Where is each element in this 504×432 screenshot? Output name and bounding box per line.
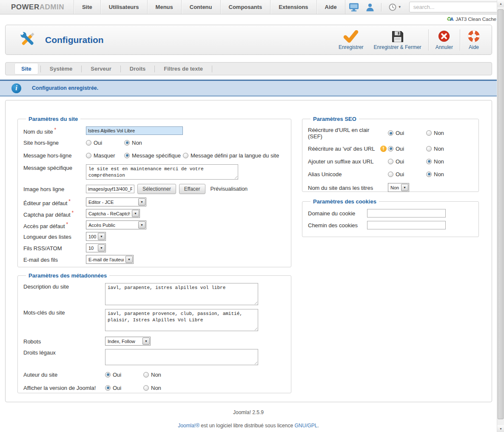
tab-site[interactable]: Site (15, 63, 38, 74)
radio-icon[interactable] (124, 153, 130, 158)
radio-option-oui[interactable]: Oui (388, 146, 425, 152)
session-clock-dropdown[interactable]: ▼ (388, 3, 401, 11)
field-label: Domaine du cookie (308, 210, 367, 217)
fieldset-meta-params: Paramètres des métadonnées Description d… (17, 272, 291, 393)
radio-icon[interactable] (183, 153, 188, 158)
default-captcha-select[interactable]: Captcha - ReCaptcha (86, 209, 140, 218)
scroll-down-arrow[interactable]: ▼ (497, 425, 504, 432)
default-access-select[interactable]: Accès Public (86, 220, 146, 229)
radio-icon[interactable] (388, 146, 393, 152)
radio-option-oui[interactable]: Oui (388, 171, 425, 177)
field-row-site-offline: Site hors-ligne Oui Non (23, 139, 291, 146)
radio-option-oui[interactable]: Oui (388, 130, 425, 136)
menu-item-site[interactable]: Site (74, 0, 100, 14)
help-button[interactable]: Aide (462, 29, 486, 51)
sitename-titles-select[interactable]: Non (388, 183, 409, 192)
fieldset-site-params: Paramètres du site Nom du site* Site hor… (17, 116, 291, 267)
radio-option-oui[interactable]: Oui (86, 140, 123, 146)
menu-item-menus[interactable]: Menus (147, 0, 181, 14)
specific-message-textarea[interactable]: le site est en maintenance merci de votr… (86, 164, 238, 180)
radio-option-non[interactable]: Non (426, 171, 444, 177)
field-label: Alias Unicode (308, 171, 380, 177)
feed-length-select[interactable]: 10 (86, 243, 106, 252)
tab-serveur[interactable]: Serveur (84, 63, 117, 74)
radio-icon[interactable] (426, 146, 432, 152)
radio-label: Oui (113, 385, 121, 391)
gnu-gpl-link[interactable]: GNU/GPL (294, 423, 317, 429)
chevron-down-icon (125, 256, 133, 263)
offline-image-input[interactable] (86, 185, 134, 193)
radio-option-non[interactable]: Non (124, 140, 142, 146)
menu-item-utilisateurs[interactable]: Utilisateurs (100, 0, 147, 14)
required-marker: * (66, 221, 68, 227)
radio-icon[interactable] (388, 159, 393, 164)
chevron-down-icon: ▼ (398, 5, 401, 9)
site-description-textarea[interactable]: iavl, parapente, istres alpilles vol lib… (105, 283, 258, 305)
preview-site-icon[interactable] (349, 3, 359, 11)
radio-icon[interactable] (86, 140, 91, 146)
radio-icon[interactable] (105, 372, 111, 378)
scrollbar-thumb[interactable] (498, 9, 504, 419)
radio-option-non[interactable]: Non (143, 372, 161, 378)
radio-label: Non (434, 158, 444, 165)
field-label: Nom du site dans les titres (308, 184, 380, 191)
save-close-button[interactable]: Enregistrer & Fermer (369, 29, 427, 51)
textarea-wrap: le site est en maintenance merci de votr… (86, 164, 238, 180)
field-row-sef: Réécriture d'URL en clair (SEF) Oui Non (308, 126, 478, 140)
radio-icon[interactable] (426, 172, 432, 177)
search-input[interactable] (409, 2, 504, 12)
select-image-button[interactable]: Sélectionner (137, 184, 176, 194)
radio-option-non[interactable]: Non (143, 385, 161, 391)
menu-item-extensions[interactable]: Extensions (270, 0, 316, 14)
jat3-clean-cache-link[interactable]: ♻ A JAT3 Clean Cache (447, 16, 496, 22)
radio-option-oui[interactable]: Oui (388, 158, 425, 165)
feed-email-select[interactable]: E-mail de l'auteur (86, 255, 134, 264)
list-length-select[interactable]: 100 (86, 232, 106, 241)
menu-item-contenu[interactable]: Contenu (181, 0, 220, 14)
field-row-unicode-alias: Alias Unicode Oui Non (308, 170, 478, 178)
user-profile-icon[interactable] (366, 3, 374, 11)
scroll-up-arrow[interactable]: ▲ (497, 0, 504, 7)
field-row-sitename-titles: Nom du site dans les titres Non (308, 183, 478, 192)
radio-option-message-specifique[interactable]: Message spécifique (124, 152, 182, 159)
cookie-domain-input[interactable] (367, 209, 446, 217)
menu-item-aide[interactable]: Aide (316, 0, 345, 14)
radio-option-non[interactable]: Non (426, 130, 444, 136)
site-keywords-textarea[interactable]: iavl, parapente provence, club, passion,… (105, 309, 258, 331)
radio-icon[interactable] (426, 130, 432, 136)
radio-icon[interactable] (388, 172, 393, 177)
radio-icon[interactable] (143, 385, 149, 391)
radio-option-message-langue[interactable]: Message défini par la langue du site (183, 152, 279, 159)
radio-label: Oui (94, 140, 102, 146)
robots-select[interactable]: Index, Follow (105, 337, 151, 346)
radio-icon[interactable] (86, 153, 91, 158)
radio-icon[interactable] (143, 372, 149, 378)
site-name-input[interactable] (86, 126, 183, 135)
radio-option-oui[interactable]: Oui (105, 372, 142, 378)
menu-item-composants[interactable]: Composants (220, 0, 271, 14)
save-button[interactable]: Enregistrer (333, 29, 369, 51)
joomla-link[interactable]: Joomla!® (178, 423, 199, 429)
cookie-path-input[interactable] (367, 221, 446, 229)
radio-icon[interactable] (105, 385, 111, 391)
radio-option-non[interactable]: Non (426, 146, 444, 152)
radio-label: Message défini par la langue du site (191, 152, 279, 159)
tab-filtres-de-texte[interactable]: Filtres de texte (157, 63, 209, 74)
default-editor-select[interactable]: Editor - JCE (86, 197, 146, 206)
poweradmin-logo[interactable]: POWERADMIN (0, 0, 74, 14)
tab-systeme[interactable]: Système (43, 63, 79, 74)
radio-icon[interactable] (124, 140, 130, 146)
radio-option-non[interactable]: Non (426, 158, 444, 165)
legal-rights-textarea[interactable] (105, 349, 258, 365)
clear-image-button[interactable]: Effacer (179, 184, 205, 194)
radio-icon[interactable] (426, 159, 432, 164)
radio-option-masquer[interactable]: Masquer (86, 152, 123, 159)
preview-link[interactable]: Prévisualisation (211, 186, 248, 192)
field-row-cookie-path: Chemin des cookies (308, 221, 478, 229)
field-row-list-length: Longueur des listes 100 (23, 232, 291, 241)
vertical-scrollbar[interactable]: ▲ ▼ (497, 0, 504, 432)
tab-droits[interactable]: Droits (123, 63, 152, 74)
cancel-button[interactable]: Annuler (430, 29, 458, 51)
radio-option-oui[interactable]: Oui (105, 385, 142, 391)
radio-icon[interactable] (388, 130, 393, 136)
